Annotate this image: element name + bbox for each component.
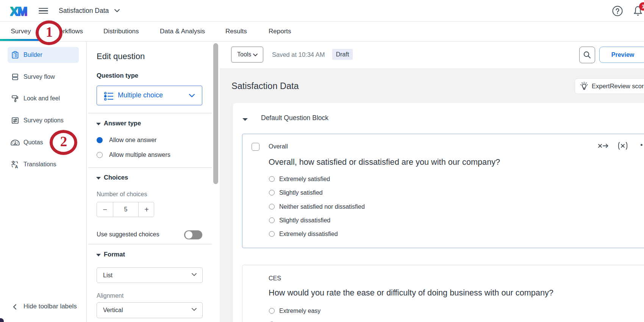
svg-text:A: A (15, 164, 18, 169)
svg-text:XM: XM (10, 6, 27, 17)
